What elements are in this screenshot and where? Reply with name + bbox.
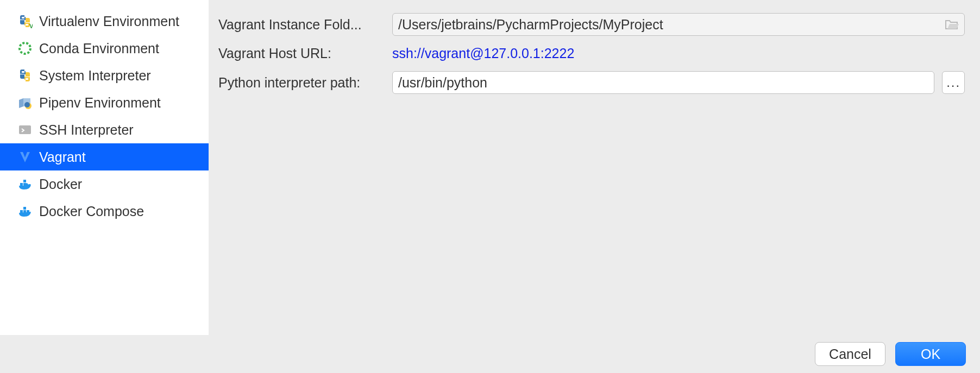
sidebar-item-label: Conda Environment — [39, 41, 159, 56]
vagrant-icon — [17, 149, 33, 165]
python-interpreter-path-input[interactable] — [392, 71, 934, 94]
browse-path-button[interactable]: ... — [942, 71, 965, 94]
svg-rect-11 — [23, 207, 26, 210]
folder-open-icon[interactable] — [945, 18, 959, 30]
svg-rect-5 — [20, 183, 23, 186]
sidebar-item-label: Virtualenv Environment — [39, 14, 179, 29]
sidebar-item-label: System Interpreter — [39, 68, 151, 84]
svg-rect-7 — [23, 180, 26, 182]
sidebar-item-docker-compose[interactable]: Docker Compose — [0, 198, 209, 225]
pipenv-icon — [17, 95, 33, 110]
vagrant-folder-label: Vagrant Instance Fold... — [218, 17, 392, 33]
svg-point-3 — [24, 102, 30, 108]
vagrant-folder-field[interactable]: /Users/jetbrains/PycharmProjects/MyProje… — [392, 13, 965, 36]
sidebar-item-label: Docker — [39, 176, 82, 192]
svg-point-1 — [20, 43, 30, 54]
python-v-icon: V — [17, 14, 33, 29]
sidebar-item-virtualenv[interactable]: V Virtualenv Environment — [0, 8, 209, 35]
sidebar-item-ssh[interactable]: SSH Interpreter — [0, 116, 209, 143]
sidebar-item-vagrant[interactable]: Vagrant — [0, 143, 209, 170]
sidebar-item-pipenv[interactable]: Pipenv Environment — [0, 89, 209, 116]
vagrant-folder-value: /Users/jetbrains/PycharmProjects/MyProje… — [398, 17, 663, 33]
vagrant-host-url: ssh://vagrant@127.0.0.1:2222 — [392, 46, 574, 61]
docker-compose-icon — [17, 204, 33, 219]
sidebar-item-label: Pipenv Environment — [39, 95, 161, 111]
sidebar-item-label: Docker Compose — [39, 204, 144, 219]
svg-rect-4 — [19, 125, 31, 134]
vagrant-settings-panel: Vagrant Instance Fold... /Users/jetbrain… — [209, 0, 980, 335]
interpreter-type-sidebar: V Virtualenv Environment Conda Environme… — [0, 0, 209, 335]
sidebar-item-system[interactable]: System Interpreter — [0, 62, 209, 89]
ok-button[interactable]: OK — [895, 342, 966, 366]
sidebar-item-docker[interactable]: Docker — [0, 170, 209, 198]
cancel-button[interactable]: Cancel — [815, 342, 885, 366]
vagrant-url-label: Vagrant Host URL: — [218, 46, 392, 61]
sidebar-item-label: SSH Interpreter — [39, 122, 134, 138]
svg-text:V: V — [29, 23, 33, 29]
python-icon — [17, 68, 33, 83]
sidebar-item-label: Vagrant — [39, 149, 86, 165]
python-path-label: Python interpreter path: — [218, 75, 392, 91]
dialog-footer: Cancel OK — [0, 335, 980, 373]
ssh-icon — [17, 122, 33, 137]
docker-icon — [17, 176, 33, 192]
conda-icon — [17, 41, 33, 56]
sidebar-item-conda[interactable]: Conda Environment — [0, 35, 209, 62]
svg-rect-8 — [20, 210, 23, 213]
